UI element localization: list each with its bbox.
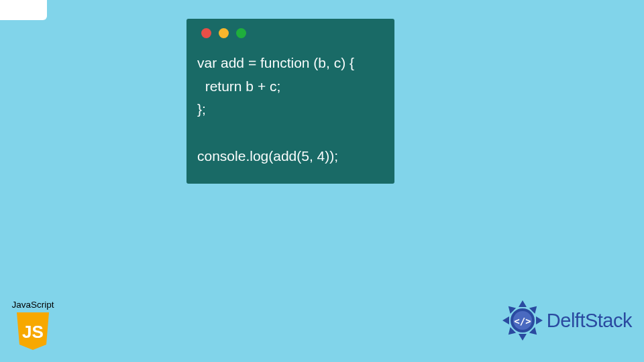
code-line: return b + c; [197, 78, 280, 94]
code-block: var add = function (b, c) { return b + c… [197, 52, 384, 168]
code-line: var add = function (b, c) { [197, 55, 354, 70]
brand-name: DelftStack [547, 310, 632, 332]
brand-logo: </> DelftStack [501, 299, 632, 342]
close-icon [201, 28, 211, 38]
page-corner-accent [0, 0, 47, 20]
code-line: }; [197, 101, 206, 117]
javascript-label: JavaScript [9, 300, 56, 310]
js-logo-text: JS [22, 322, 44, 342]
svg-marker-1 [519, 300, 527, 307]
svg-marker-7 [502, 316, 509, 324]
svg-text:</>: </> [514, 316, 531, 326]
svg-marker-3 [536, 316, 543, 324]
minimize-icon [219, 28, 229, 38]
javascript-logo-icon: JS [13, 311, 53, 351]
javascript-badge: JavaScript JS [9, 300, 56, 351]
code-line: console.log(add(5, 4)); [197, 148, 338, 164]
svg-marker-5 [519, 334, 527, 341]
code-window: var add = function (b, c) { return b + c… [186, 19, 394, 184]
brand-emblem-icon: </> [501, 299, 544, 342]
window-controls [201, 28, 384, 38]
maximize-icon [236, 28, 246, 38]
